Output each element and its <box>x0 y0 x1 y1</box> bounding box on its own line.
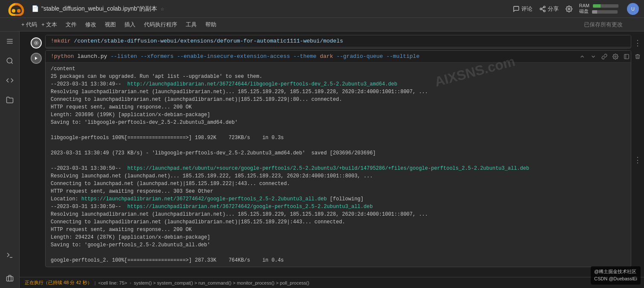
svg-point-7 <box>568 8 570 10</box>
svg-point-11 <box>7 58 12 63</box>
svg-rect-19 <box>624 54 629 59</box>
sidebar <box>0 31 20 288</box>
notebook-title: "stable_diffusion_webui_colab.ipynb"的副本 <box>41 5 157 13</box>
cell-toolbar-mirror[interactable] <box>622 52 631 61</box>
cell-2-toolbar <box>576 50 631 63</box>
svg-point-3 <box>540 8 542 10</box>
link-google-perftools-launchpad[interactable]: https://launchpad.net/ubuntu/+source/goo… <box>127 165 529 171</box>
cell-1: !mkdir /content/stable-diffusion-webui/e… <box>20 35 644 48</box>
add-text-button[interactable]: + 文本 <box>41 21 57 29</box>
cell-1-gutter <box>20 35 45 48</box>
menu-insert[interactable]: 插入 <box>124 21 135 29</box>
cell-toolbar-down[interactable] <box>589 52 598 61</box>
settings-button[interactable] <box>566 6 572 12</box>
svg-line-12 <box>11 62 12 63</box>
svg-point-4 <box>543 10 545 11</box>
top-right-actions: 评论 分享 RAM 磁盘 U <box>513 3 639 15</box>
add-buttons: + 代码 + 文本 <box>21 21 57 29</box>
cell-2-gutter <box>20 50 45 267</box>
svg-point-0 <box>12 9 16 13</box>
cell-2-body: !python launch.py --listen --xformers --… <box>45 50 631 267</box>
status-cell-info: <cell line: 75> <box>98 280 127 285</box>
cell-toolbar-settings[interactable] <box>611 52 620 61</box>
sidebar-folder-icon[interactable] <box>3 94 16 106</box>
status-bar: 正在执行（已持续 48 分 42 秒） | <cell line: 75> › … <box>20 277 644 288</box>
menu-file[interactable]: 文件 <box>66 21 77 29</box>
svg-rect-14 <box>6 277 13 281</box>
sidebar-code-icon[interactable] <box>3 74 16 87</box>
csdn-badge: @稀土掘金技术社区 CSDN @DuebasslEi <box>591 266 641 285</box>
cell-toolbar-link[interactable] <box>600 52 609 61</box>
star-icon[interactable]: ☆ <box>161 5 164 12</box>
menu-bar: + 代码 + 文本 文件 修改 视图 插入 代码执行程序 工具 帮助 已保存所有… <box>0 18 644 31</box>
sidebar-keys-icon[interactable] <box>3 272 16 285</box>
main-layout: !mkdir /content/stable-diffusion-webui/e… <box>0 31 644 288</box>
cell-2-output: /content 25 packages can be upgraded. Ru… <box>46 63 631 267</box>
ram-indicator: RAM 磁盘 <box>579 3 618 14</box>
content-area: !mkdir /content/stable-diffusion-webui/e… <box>20 31 644 288</box>
title-area: 📄 "stable_diffusion_webui_colab.ipynb"的副… <box>32 5 513 13</box>
status-executing-text: 正在执行（已持续 48 分 42 秒） <box>25 279 92 286</box>
menu-runtime[interactable]: 代码执行程序 <box>144 21 177 29</box>
cell-container: !mkdir /content/stable-diffusion-webui/e… <box>20 31 644 277</box>
cell-2: !python launch.py --listen --xformers --… <box>20 50 644 267</box>
menu-view[interactable]: 视图 <box>105 21 116 29</box>
comment-button[interactable]: 评论 <box>513 5 532 13</box>
menu-edit[interactable]: 修改 <box>85 21 96 29</box>
sidebar-terminal-icon[interactable] <box>3 249 16 262</box>
menu-tools[interactable]: 工具 <box>186 21 197 29</box>
svg-point-18 <box>615 56 616 57</box>
cell-1-more[interactable]: ⋮ <box>631 35 644 48</box>
svg-point-16 <box>35 42 37 43</box>
notebook-icon: 📄 <box>32 5 39 12</box>
cell-1-body: !mkdir /content/stable-diffusion-webui/e… <box>45 35 631 48</box>
sidebar-menu-icon[interactable] <box>3 35 16 48</box>
share-button[interactable]: 分享 <box>539 5 559 13</box>
svg-point-2 <box>543 6 545 8</box>
link-google-perftools-librarian2[interactable]: https://launchpadlibrarian.net/367274642… <box>127 204 373 210</box>
menu-help[interactable]: 帮助 <box>205 21 216 29</box>
save-status: 已保存所有更改 <box>584 21 623 29</box>
cell-1-input[interactable]: !mkdir /content/stable-diffusion-webui/e… <box>46 35 631 47</box>
colab-logo <box>5 1 27 17</box>
link-libgoogle[interactable]: http://launchpadlibrarian.net/367274644/… <box>127 81 397 87</box>
add-code-button[interactable]: + 代码 <box>21 21 37 29</box>
svg-line-6 <box>541 7 543 9</box>
top-bar: 📄 "stable_diffusion_webui_colab.ipynb"的副… <box>0 0 644 18</box>
cell-toolbar-up[interactable] <box>578 52 587 61</box>
link-google-perftools-librarian[interactable]: https://launchpadlibrarian.net/367274642… <box>81 196 327 202</box>
svg-line-5 <box>541 9 543 11</box>
cell-2-more[interactable]: ⋮ <box>631 50 644 267</box>
cell-1-run-button[interactable] <box>31 37 42 48</box>
status-breadcrumb: system() > system_compat() > run_command… <box>134 280 309 285</box>
cell-2-input[interactable]: !python launch.py --listen --xformers --… <box>46 51 631 63</box>
svg-marker-17 <box>35 57 37 60</box>
user-avatar[interactable]: U <box>627 3 639 15</box>
svg-point-1 <box>17 9 21 13</box>
sidebar-search-icon[interactable] <box>3 54 16 67</box>
cell-2-run-button[interactable] <box>31 53 42 64</box>
